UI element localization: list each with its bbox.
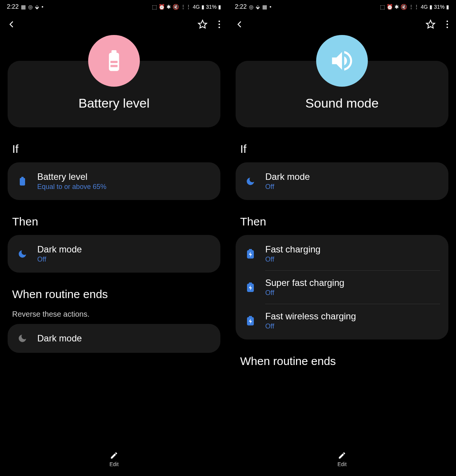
bluetooth-icon: ✱ [166,4,171,10]
svg-point-2 [218,24,220,25]
svg-rect-19 [249,316,252,317]
if-row[interactable]: Battery level Equal to or above 65% [8,165,220,198]
battery-hero-icon [102,49,126,73]
status-time: 2:22 [235,3,247,10]
edit-label: Edit [337,461,347,467]
row-title: Battery level [37,171,106,182]
mute-icon: 🔇 [173,4,179,10]
svg-point-11 [446,21,448,22]
svg-rect-15 [249,249,252,251]
nav-bar [0,14,228,35]
row-sub: Equal to or above 65% [37,183,106,191]
if-row[interactable]: Dark mode Off [236,165,448,198]
status-bar: 2:22 ▦ ◎ ⬙ • ⬚ ⏰ ✱ 🔇 ⋮⋮ 4G ▮ 31% ▮ [0,0,228,14]
network-icon: 4G [421,4,428,10]
signal-icon: ▮ [429,4,432,10]
then-card: Dark mode Off [8,235,220,273]
alarm-icon: ⏰ [158,4,165,10]
image-icon: ▦ [262,4,267,10]
update-icon: ⬚ [152,4,157,10]
if-label: If [240,143,456,155]
app-icon: ⬙ [256,4,260,10]
hero-title: Battery level [78,96,149,111]
battery-icon: ▮ [218,4,221,10]
row-sub: Off [265,183,310,191]
bottom-bar: Edit [228,443,456,476]
speaker-hero-icon [329,48,355,74]
status-bar: 2:22 ◎ ⬙ ▦ • ⬚ ⏰ ✱ 🔇 ⋮⋮ 4G ▮ 31% ▮ [228,0,456,14]
then-row[interactable]: Dark mode Off [8,237,220,270]
svg-point-3 [218,27,220,28]
then-row-super-fast[interactable]: Super fast charging Off [236,271,448,304]
hero-card: Battery level [8,61,220,127]
svg-point-13 [446,27,448,28]
row-sub: Off [37,255,82,263]
svg-rect-9 [21,177,24,178]
bluetooth-icon: ✱ [394,4,399,10]
then-row-wireless[interactable]: Fast wireless charging Off [236,304,448,337]
then-card: Fast charging Off Super fast charging Of… [236,235,448,340]
svg-rect-8 [20,178,25,186]
svg-rect-5 [111,50,116,53]
end-card: Dark mode [8,324,220,353]
row-title: Super fast charging [265,278,344,288]
row-title: Fast wireless charging [265,311,356,322]
status-time: 2:22 [7,3,19,10]
row-title: Dark mode [265,171,310,182]
svg-marker-10 [426,20,435,28]
dot-icon: • [269,4,271,10]
hero-title: Sound mode [306,96,379,111]
back-icon[interactable] [8,20,16,29]
end-row[interactable]: Dark mode [8,326,220,351]
star-icon[interactable] [426,19,435,29]
hero-icon-circle [316,35,368,87]
svg-point-1 [218,21,220,22]
bolt-icon [244,282,257,293]
more-icon[interactable] [218,20,220,29]
end-sub: Reverse these actions. [12,310,228,319]
hero-icon-circle [88,35,140,87]
then-row-fast-charging[interactable]: Fast charging Off [236,237,448,270]
row-sub: Off [265,255,320,263]
network-icon: 4G [193,4,200,10]
row-sub: Off [265,289,344,297]
hero-card: Sound mode [236,61,448,127]
alarm-icon: ⏰ [386,4,393,10]
if-card: Battery level Equal to or above 65% [8,162,220,200]
end-label: When routine ends [12,288,228,301]
nav-bar [228,14,456,35]
if-label: If [12,143,228,155]
signal-icon: ▮ [201,4,204,10]
bolt-icon [244,249,257,259]
mute-icon: 🔇 [401,4,407,10]
moon-grey-icon [16,333,29,343]
edit-button[interactable]: Edit [337,451,347,467]
back-icon[interactable] [236,20,244,29]
svg-point-12 [446,24,448,25]
image-icon: ▦ [21,4,26,10]
moon-icon [244,176,257,186]
edit-button[interactable]: Edit [109,451,119,467]
battery-pct: 31% [206,4,217,10]
row-title: Dark mode [37,333,82,344]
svg-rect-7 [111,65,118,67]
wifi-icon: ⋮⋮ [408,4,419,10]
edit-label: Edit [109,461,119,467]
screen-sound-mode: 2:22 ◎ ⬙ ▦ • ⬚ ⏰ ✱ 🔇 ⋮⋮ 4G ▮ 31% ▮ [228,0,456,476]
then-label: Then [12,215,228,228]
star-icon[interactable] [198,19,207,29]
pencil-icon [338,451,346,460]
row-title: Fast charging [265,244,320,255]
end-label: When routine ends [240,355,456,368]
battery-pct: 31% [434,4,445,10]
wifi-icon: ⋮⋮ [180,4,191,10]
bolt-icon [244,316,257,326]
svg-rect-6 [111,61,118,63]
if-card: Dark mode Off [236,162,448,200]
instagram-icon: ◎ [249,4,253,10]
more-icon[interactable] [446,20,448,29]
screen-battery-level: 2:22 ▦ ◎ ⬙ • ⬚ ⏰ ✱ 🔇 ⋮⋮ 4G ▮ 31% ▮ [0,0,228,476]
instagram-icon: ◎ [28,4,33,10]
battery-icon [16,176,29,186]
battery-icon: ▮ [446,4,449,10]
